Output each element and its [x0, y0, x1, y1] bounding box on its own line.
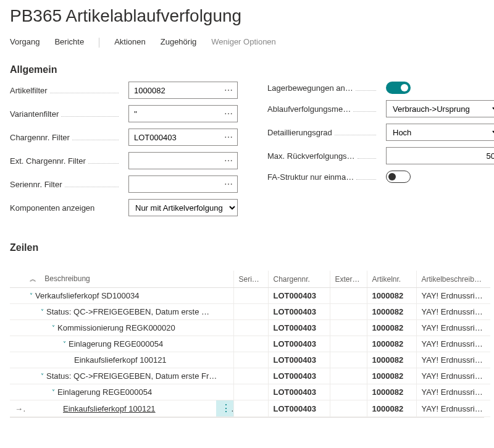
- select-ablaufverfolgung[interactable]: Verbrauch->Ursprung: [386, 100, 494, 117]
- input-chargennr[interactable]: ⋯: [128, 129, 238, 146]
- variantenfilter-field[interactable]: [129, 106, 220, 122]
- toggle-fa-struktur[interactable]: [386, 171, 411, 183]
- cell-artikelbeschr: YAY! Erdnussriegel: [416, 288, 490, 304]
- table-row[interactable]: ˅Verkaufslieferkopf SD100034LOT000403100…: [10, 288, 490, 304]
- row-marker: [10, 336, 25, 352]
- cell-artikelbeschr: YAY! Erdnussriegel: [416, 352, 490, 368]
- label-artikelfilter: Artikelfilter: [10, 86, 48, 95]
- chevron-down-icon[interactable]: ˅: [52, 389, 55, 395]
- cell-artikelbeschr: YAY! Erdnussriegel: [416, 368, 490, 384]
- th-beschreibung[interactable]: ︽ Beschreibung: [25, 271, 216, 288]
- menu-vorgang[interactable]: Vorgang: [10, 37, 40, 48]
- th-chargen[interactable]: Chargennr.: [268, 271, 330, 288]
- table-row[interactable]: →Einkaufslieferkopf 100121⋮LOT0004031000…: [10, 400, 490, 417]
- menu-divider: [99, 38, 99, 48]
- cell-beschreibung[interactable]: ˅Einlagerung REGE000054: [25, 336, 216, 352]
- cell-beschreibung[interactable]: ˅Einlagerung REGE000054: [25, 384, 216, 400]
- table-row[interactable]: ˅Kommissionierung REGK000020LOT000403100…: [10, 320, 490, 336]
- chevron-down-icon[interactable]: ˅: [52, 324, 55, 331]
- row-marker: [10, 320, 25, 336]
- cell-externe: [330, 368, 367, 384]
- label-max-rueck: Max. Rückverfolgungs…: [267, 151, 355, 161]
- cell-serien: [233, 368, 268, 384]
- artikelfilter-field[interactable]: [129, 82, 220, 98]
- cell-beschreibung[interactable]: ˅Verkaufslieferkopf SD100034: [25, 288, 216, 304]
- seriennr-field[interactable]: [129, 176, 220, 192]
- cell-artikelnr: 1000082: [367, 336, 416, 352]
- dotted-leader: [50, 93, 119, 93]
- lookup-icon[interactable]: ⋯: [220, 176, 237, 192]
- cell-externe: [330, 400, 367, 417]
- desc-text: Kommissionierung REGK000020: [57, 323, 175, 332]
- menu-zugehoerig[interactable]: Zugehörig: [161, 37, 197, 48]
- cell-externe: [330, 288, 367, 304]
- desc-text: Einkaufslieferkopf 100121: [63, 404, 156, 413]
- cell-serien: [233, 320, 268, 336]
- table-row[interactable]: ˅Einlagerung REGE000054LOT0004031000082Y…: [10, 384, 490, 400]
- row-fa-struktur: FA-Struktur nur einma…: [267, 171, 494, 183]
- dotted-leader: [335, 135, 376, 135]
- row-chargennr: Chargennr. Filter ⋯: [10, 129, 238, 146]
- cell-externe: [330, 352, 367, 368]
- row-marker: [10, 288, 25, 304]
- table-row[interactable]: ˅Status: QC->FREIGEGEBEN, Datum erste …L…: [10, 304, 490, 320]
- table-row[interactable]: Einkaufslieferkopf 100121LOT000403100008…: [10, 352, 490, 368]
- cell-action: [216, 320, 233, 336]
- cell-serien: [233, 384, 268, 400]
- input-variantenfilter[interactable]: ⋯: [128, 105, 238, 122]
- toggle-lagerbewegungen[interactable]: [386, 82, 411, 94]
- lookup-icon[interactable]: ⋯: [220, 106, 237, 122]
- chevron-down-icon[interactable]: ˅: [41, 373, 44, 379]
- cell-artikelbeschr: YAY! Erdnussriegel: [416, 336, 490, 352]
- collapse-all-icon[interactable]: ︽: [30, 275, 36, 282]
- th-serien[interactable]: Serien…: [233, 271, 268, 288]
- cell-beschreibung[interactable]: ˅Status: QC->FREIGEGEBEN, Datum erste …: [25, 304, 216, 320]
- dotted-leader: [353, 111, 376, 112]
- table-row[interactable]: ˅Status: QC->FREIGEGEBEN, Datum erste Fr…: [10, 368, 490, 384]
- chevron-down-icon[interactable]: ˅: [41, 308, 44, 315]
- section-zeilen: Zeilen: [10, 234, 484, 260]
- menu-berichte[interactable]: Berichte: [54, 37, 84, 48]
- cell-action: [216, 384, 233, 400]
- menu-aktionen[interactable]: Aktionen: [114, 37, 146, 48]
- cell-beschreibung[interactable]: ˅Status: QC->FREIGEGEBEN, Datum erste Fr…: [25, 368, 216, 384]
- cell-action: [216, 304, 233, 320]
- th-beschreibung-label: Beschreibung: [44, 274, 90, 283]
- cell-serien: [233, 400, 268, 417]
- more-actions-icon[interactable]: ⋮: [221, 403, 233, 413]
- row-lagerbewegungen: Lagerbewegungen an…: [267, 82, 494, 94]
- desc-text: Einkaufslieferkopf 100121: [74, 355, 167, 365]
- section-allgemein: Allgemein: [10, 56, 484, 82]
- row-variantenfilter: Variantenfilter ⋯: [10, 105, 238, 122]
- th-externe[interactable]: Externe Charge…: [330, 271, 367, 288]
- label-lagerbewegungen: Lagerbewegungen an…: [267, 83, 353, 93]
- cell-serien: [233, 336, 268, 352]
- chargennr-field[interactable]: [129, 129, 220, 145]
- lookup-icon[interactable]: ⋯: [220, 153, 237, 169]
- menu-weniger-optionen[interactable]: Weniger Optionen: [211, 37, 276, 48]
- label-variantenfilter: Variantenfilter: [10, 109, 59, 119]
- chevron-down-icon[interactable]: ˅: [63, 340, 66, 347]
- cell-action: [216, 352, 233, 368]
- select-detaillierung[interactable]: Hoch: [386, 124, 494, 141]
- input-artikelfilter[interactable]: ⋯: [128, 82, 238, 99]
- select-komponenten[interactable]: Nur mit Artikelverfolgung: [128, 199, 238, 216]
- th-artikelbeschr[interactable]: Artikelbeschreibu…: [416, 271, 490, 288]
- th-artikelnr[interactable]: Artikelnr.: [367, 271, 416, 288]
- cell-beschreibung[interactable]: ˅Kommissionierung REGK000020: [25, 320, 216, 336]
- cell-artikelnr: 1000082: [367, 400, 416, 417]
- table-row[interactable]: ˅Einlagerung REGE000054LOT0004031000082Y…: [10, 336, 490, 352]
- input-max-rueck[interactable]: [386, 147, 494, 164]
- cell-beschreibung[interactable]: Einkaufslieferkopf 100121: [25, 400, 216, 417]
- desc-text: Status: QC->FREIGEGEBEN, Datum erste …: [46, 307, 209, 316]
- dotted-leader: [356, 90, 376, 91]
- desc-text: Status: QC->FREIGEGEBEN, Datum erste Fr…: [46, 371, 216, 381]
- lookup-icon[interactable]: ⋯: [220, 129, 237, 145]
- chevron-down-icon[interactable]: ˅: [30, 292, 33, 299]
- cell-action: [216, 288, 233, 304]
- extchargennr-field[interactable]: [129, 153, 220, 169]
- lookup-icon[interactable]: ⋯: [220, 82, 237, 98]
- input-extchargennr[interactable]: ⋯: [128, 152, 238, 169]
- input-seriennr[interactable]: ⋯: [128, 175, 238, 193]
- cell-beschreibung[interactable]: Einkaufslieferkopf 100121: [25, 352, 216, 368]
